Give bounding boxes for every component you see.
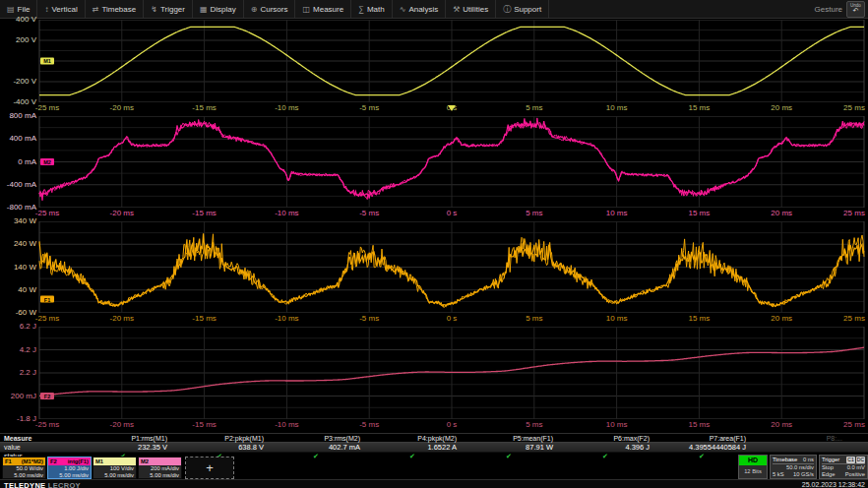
- x-tick-label: 20 ms: [771, 421, 792, 429]
- descriptor-id: M2: [141, 458, 149, 465]
- x-tick-label: -5 ms: [359, 315, 379, 323]
- status-check-p5: ✔: [480, 453, 577, 459]
- x-tick-label: -10 ms: [275, 421, 298, 429]
- channel-marker-label: M2: [43, 159, 51, 165]
- y-tick-label: 140 W: [0, 264, 36, 272]
- descriptor-timebase: 5.00 ms/div: [141, 472, 179, 479]
- x-tick-label: -15 ms: [192, 315, 216, 323]
- waveform-plot-f2[interactable]: F2: [0, 327, 868, 419]
- timebase-box[interactable]: Timebase 0 ns 50.0 ns/div 5 kS 10 GS/s: [770, 455, 817, 479]
- status-check-p4: ✔: [384, 453, 480, 459]
- trigger-mode: Stop: [822, 464, 834, 471]
- measure-value-p6: 4.396 J: [577, 443, 673, 452]
- x-tick-label: 20 ms: [771, 210, 792, 217]
- hd-resolution-box[interactable]: HD 12 Bits: [738, 455, 768, 479]
- y-tick-label: -400 V: [0, 98, 36, 106]
- menu-item-timebase[interactable]: ⇄Timebase: [86, 0, 145, 18]
- menu-item-display[interactable]: ▦Display: [193, 0, 244, 18]
- x-tick-label: -15 ms: [192, 421, 216, 429]
- descriptor-id: F2: [50, 458, 57, 465]
- menu-item-analysis[interactable]: ∿Analysis: [393, 0, 447, 18]
- x-tick-label: 15 ms: [688, 421, 710, 429]
- y-tick-label: -60 W: [0, 309, 36, 317]
- menu-item-label: Display: [211, 5, 236, 14]
- trace-descriptor-m2[interactable]: M2 200 mA/div 5.00 ms/div: [138, 457, 182, 479]
- measure-header-row: Measure P1:rms(M1) P2:pkpk(M1) P3:rms(M2…: [0, 434, 868, 442]
- trace-descriptor-f2[interactable]: F2 intg(F1) 1.00 J/div 5.00 ms/div: [47, 457, 92, 479]
- measure-header-p7[interactable]: P7:area(F1): [673, 435, 770, 442]
- menu-item-label: Analysis: [408, 5, 438, 14]
- x-tick-label: 15 ms: [688, 315, 710, 323]
- waveform-plot-m1[interactable]: M1: [0, 20, 868, 102]
- x-tick-label: 20 ms: [771, 315, 792, 323]
- menu-item-label: Measure: [313, 5, 343, 14]
- x-tick-label: 15 ms: [688, 210, 710, 217]
- x-tick-label: -25 ms: [35, 315, 59, 323]
- x-tick-label: 0 s: [447, 315, 458, 323]
- descriptor-scale: 1.00 J/div: [50, 465, 89, 472]
- y-tick-label: 400 mA: [0, 135, 36, 143]
- trigger-time-marker[interactable]: [448, 105, 456, 111]
- x-tick-label: -15 ms: [192, 210, 216, 217]
- measure-header-p6[interactable]: P6:max(F2): [577, 435, 673, 442]
- trigger-label: Trigger: [822, 457, 839, 463]
- menu-item-trigger[interactable]: ↯Trigger: [144, 0, 193, 18]
- timebase-samples: 5 kS: [773, 471, 784, 478]
- menu-item-math[interactable]: ∑Math: [351, 0, 393, 18]
- menu-item-cursors[interactable]: ⊕Cursors: [244, 0, 296, 18]
- menu-item-measure[interactable]: ◫Measure: [295, 0, 351, 18]
- support-icon: ⓘ: [503, 4, 511, 15]
- x-tick-label: 5 ms: [526, 421, 542, 429]
- y-tick-label: 800 mA: [0, 112, 36, 120]
- channel-marker-label: M1: [43, 58, 51, 64]
- descriptor-scale: 200 mA/div: [141, 465, 179, 472]
- oscilloscope-screen: ▤File↕Vertical⇄Timebase↯Trigger▦Display⊕…: [0, 0, 868, 488]
- descriptor-scale: 100 V/div: [95, 465, 134, 472]
- measure-header-p3[interactable]: P3:rms(M2): [287, 435, 384, 442]
- menu-item-label: Math: [367, 5, 385, 14]
- waveform-plot-f1[interactable]: F1: [0, 221, 868, 313]
- descriptor-timebase: 5.00 ms/div: [95, 472, 134, 479]
- measure-header-p4[interactable]: P4:pkpk(M2): [384, 435, 480, 442]
- menu-item-vertical[interactable]: ↕Vertical: [37, 0, 85, 18]
- trace-descriptor-f1[interactable]: F1 (M1*M2) 50.0 W/div 5.00 ms/div: [2, 457, 46, 479]
- datetime-readout: 25.02.2023 12:38:42: [802, 481, 865, 488]
- measure-value-p3: 402.7 mA: [287, 443, 384, 452]
- measure-header-p8[interactable]: P8:...: [770, 435, 866, 442]
- measure-value-p5: 87.91 W: [480, 443, 577, 452]
- trace-descriptor-m1[interactable]: M1 100 V/div 5.00 ms/div: [93, 457, 137, 479]
- y-tick-label: 4.2 J: [0, 346, 36, 354]
- measure-header-p5[interactable]: P5:mean(F1): [480, 435, 577, 442]
- measure-header-p1[interactable]: P1:rms(M1): [94, 435, 191, 442]
- trigger-icon: ↯: [151, 5, 157, 14]
- x-tick-label: -25 ms: [35, 210, 59, 217]
- trigger-kind: Edge: [822, 471, 836, 478]
- descriptor-source: intg(F1): [68, 458, 89, 465]
- status-check-p6: ✔: [577, 453, 673, 459]
- undo-button[interactable]: Undo↶: [846, 1, 865, 18]
- brand-logo: TELEDYNE LECROY: [4, 481, 81, 488]
- timebase-offset: 0 ns: [803, 457, 814, 463]
- measure-icon: ◫: [302, 5, 310, 14]
- menu-item-label: Utilities: [463, 5, 488, 14]
- measure-header-p2[interactable]: P2:pkpk(M1): [191, 435, 287, 442]
- x-tick-label: 10 ms: [606, 421, 628, 429]
- y-tick-label: -400 mA: [0, 181, 36, 189]
- x-tick-label: -5 ms: [359, 421, 379, 429]
- waveform-plot-m2[interactable]: M2: [0, 116, 868, 208]
- add-trace-button[interactable]: +: [185, 457, 234, 479]
- menu-item-support[interactable]: ⓘSupport: [496, 0, 549, 18]
- descriptor-timebase: 5.00 ms/div: [5, 472, 43, 479]
- y-tick-label: 2.2 J: [0, 369, 36, 377]
- x-tick-label: -20 ms: [110, 315, 134, 323]
- measure-row-label: Measure: [0, 435, 94, 442]
- menu-item-utilities[interactable]: ⚒Utilities: [446, 0, 496, 18]
- y-tick-label: 6.2 J: [0, 323, 36, 331]
- channel-marker-label: F1: [44, 297, 50, 303]
- timebase-scale: 50.0 ns/div: [786, 464, 814, 471]
- gesture-area: GestureUndo↶: [815, 0, 868, 18]
- display-icon: ▦: [200, 5, 208, 14]
- trigger-box[interactable]: Trigger C1 DC Stop 0.0 mV Edge Positive: [819, 455, 868, 479]
- x-tick-label: -10 ms: [275, 104, 298, 112]
- x-tick-label: 5 ms: [526, 210, 542, 217]
